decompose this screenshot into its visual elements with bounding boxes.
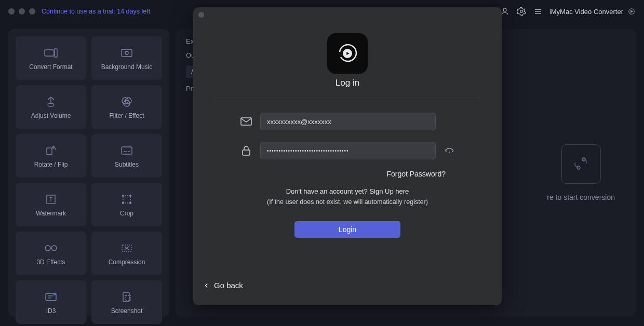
screenshot-icon [119, 290, 134, 304]
go-back-label: Go back [214, 281, 243, 290]
password-field[interactable] [260, 142, 436, 159]
login-button[interactable]: Login [294, 221, 400, 238]
tile-id3[interactable]: ID3 [16, 280, 86, 324]
subtitles-icon [119, 143, 134, 158]
sidebar: Convert Format Background Music Adjust V… [8, 29, 169, 317]
background-music-icon [119, 46, 134, 60]
svg-rect-15 [47, 148, 52, 155]
watermark-icon: T [44, 192, 58, 207]
toggle-password-visibility-icon[interactable] [444, 145, 454, 156]
chevron-left-icon [204, 283, 209, 288]
tile-label: ID3 [46, 307, 56, 315]
drop-hint-text: re to start conversion [547, 193, 615, 201]
tile-label: Adjust Volume [31, 112, 71, 119]
svg-point-24 [123, 202, 124, 204]
settings-icon[interactable] [516, 6, 527, 17]
email-icon [240, 116, 252, 127]
signup-prompt[interactable]: Don't have an account yet? Sign Up here [286, 187, 409, 195]
app-logo-icon [627, 7, 636, 16]
maximize-window-button[interactable] [29, 8, 35, 15]
svg-point-25 [130, 195, 131, 197]
tile-compression[interactable]: Compression [91, 232, 162, 275]
svg-rect-21 [123, 196, 130, 203]
tile-subtitles[interactable]: Subtitles [91, 134, 162, 178]
window-controls [8, 8, 35, 15]
svg-point-27 [51, 246, 57, 251]
tile-screenshot[interactable]: Screenshot [91, 280, 162, 324]
tile-rotate-flip[interactable]: Rotate / Flip [16, 134, 86, 178]
tile-background-music[interactable]: Background Music [91, 36, 162, 80]
compression-icon [119, 241, 134, 255]
tile-label: Screenshot [111, 307, 143, 315]
tile-watermark[interactable]: T Watermark [16, 183, 86, 226]
svg-rect-8 [55, 49, 57, 57]
tile-label: Background Music [101, 63, 153, 71]
rotate-flip-icon [44, 143, 58, 158]
tile-convert-format[interactable]: Convert Format [16, 36, 86, 80]
svg-point-23 [130, 202, 131, 204]
svg-rect-40 [241, 118, 251, 125]
adjust-volume-icon [44, 94, 58, 109]
go-back-button[interactable]: Go back [204, 281, 243, 290]
tile-label: 3D Effects [36, 259, 65, 266]
forgot-password-link[interactable]: Forgot Password? [386, 170, 446, 178]
lock-icon [240, 145, 252, 156]
trial-status-link[interactable]: Continue to use as a trial: 14 days left [42, 8, 150, 15]
svg-point-10 [125, 51, 128, 55]
svg-point-33 [53, 293, 56, 295]
tile-label: Subtitles [115, 161, 139, 168]
svg-rect-7 [45, 50, 54, 56]
svg-rect-34 [123, 292, 129, 302]
svg-line-44 [452, 151, 453, 152]
id3-icon [44, 290, 58, 304]
svg-rect-41 [243, 150, 250, 155]
svg-rect-9 [122, 49, 132, 57]
app-name: iMyMac Video Converter [549, 8, 623, 16]
3d-effects-icon [44, 241, 58, 255]
login-modal: Log in Forgot Password? Don't have an ac… [193, 7, 502, 305]
svg-point-36 [577, 166, 580, 169]
auto-register-note: (If the user does not exist, we will aut… [267, 198, 428, 206]
svg-text:T: T [49, 197, 52, 202]
tile-crop[interactable]: Crop [91, 183, 162, 226]
modal-titlebar [193, 7, 502, 22]
login-title: Log in [336, 78, 359, 88]
svg-marker-6 [631, 10, 633, 12]
svg-point-11 [48, 103, 54, 106]
tile-label: Rotate / Flip [34, 161, 68, 168]
minimize-window-button[interactable] [19, 8, 25, 15]
tile-label: Convert Format [29, 63, 72, 71]
modal-close-button[interactable] [198, 12, 204, 18]
email-field[interactable] [260, 113, 436, 130]
tile-3d-effects[interactable]: 3D Effects [16, 232, 86, 275]
svg-rect-16 [122, 147, 132, 154]
tile-label: Crop [120, 210, 133, 217]
filter-effect-icon [119, 94, 134, 109]
app-logo-icon [327, 33, 368, 74]
svg-point-22 [123, 195, 124, 197]
svg-point-0 [503, 8, 506, 11]
tile-adjust-volume[interactable]: Adjust Volume [16, 85, 86, 129]
svg-point-1 [520, 10, 523, 13]
tile-label: Compression [109, 259, 145, 266]
drop-hint: re to start conversion [547, 144, 615, 201]
convert-format-icon [44, 46, 58, 60]
tile-filter-effect[interactable]: Filter / Effect [91, 85, 162, 129]
close-window-button[interactable] [8, 8, 15, 15]
divider [214, 98, 481, 98]
crop-icon [119, 192, 134, 207]
tile-label: Filter / Effect [109, 112, 144, 119]
menu-icon[interactable] [533, 6, 543, 17]
svg-line-42 [446, 151, 447, 152]
drop-media-icon [561, 144, 601, 184]
svg-point-26 [45, 246, 50, 251]
tile-label: Watermark [36, 210, 66, 217]
